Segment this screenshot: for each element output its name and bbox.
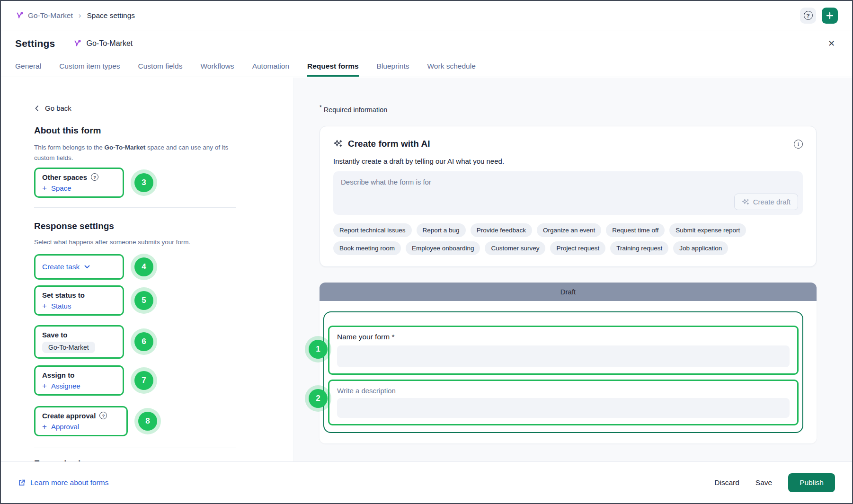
tab-automation[interactable]: Automation [252,56,289,77]
response-settings-heading: Response settings [34,221,275,231]
suggestion-chip[interactable]: Organize an event [537,223,601,237]
breadcrumb: Go-To-Market › Space settings [15,11,135,20]
set-status-label: Set status to [42,291,85,299]
ai-card-subtitle: Instantly create a draft by telling our … [333,157,803,165]
discard-button[interactable]: Discard [714,478,739,487]
suggestion-chip[interactable]: Book meeting room [333,241,401,255]
save-to-label: Save to [42,331,67,339]
create-draft-button[interactable]: Create draft [734,194,798,210]
other-spaces-label: Other spaces [42,173,87,181]
form-description-input[interactable] [337,398,790,418]
page-title: Settings [15,38,55,49]
suggestion-chip[interactable]: Employee onboarding [406,241,480,255]
suggestion-chip[interactable]: Job application [673,241,728,255]
add-status-label: Status [51,302,71,310]
save-to-space-chip[interactable]: Go-To-Market [42,342,95,353]
space-settings-window: Go-To-Market › Space settings ? Settings [0,0,853,504]
required-information-note: *Required information [320,104,852,114]
suggestion-chip[interactable]: Provide feedback [471,223,532,237]
add-approval-button[interactable]: + Approval [42,423,79,431]
footer-bar: Learn more about forms Discard Save Publ… [1,461,852,503]
learn-more-label: Learn more about forms [30,478,108,487]
suggestion-chip[interactable]: Project request [550,241,605,255]
draft-status-bar: Draft [320,283,817,301]
add-space-button[interactable]: + Space [42,184,71,192]
create-approval-label: Create approval [42,412,96,420]
space-icon [15,11,24,20]
suggestion-chips-row-1: Report technical issues Report a bug Pro… [333,223,803,237]
suggestion-chip[interactable]: Request time off [606,223,665,237]
sparkle-icon [742,198,749,206]
add-status-button[interactable]: + Status [42,302,71,310]
save-button[interactable]: Save [755,478,772,487]
assign-to-highlight-box: Assign to + Assignee [34,365,124,396]
close-icon[interactable]: ✕ [825,36,838,51]
suggestion-chip[interactable]: Customer survey [485,241,545,255]
create-task-label: Create task [42,263,80,271]
breadcrumb-space[interactable]: Go-To-Market [15,11,73,20]
ai-prompt-placeholder: Describe what the form is for [341,178,431,186]
add-assignee-label: Assignee [51,382,80,390]
set-status-highlight-box: Set status to + Status [34,285,124,316]
create-task-dropdown[interactable]: Create task [42,261,90,273]
suggestion-chip[interactable]: Submit expense report [669,223,746,237]
tab-custom-fields[interactable]: Custom fields [138,56,183,77]
add-button[interactable] [822,8,838,24]
other-spaces-highlight-box: Other spaces ? + Space [34,168,124,198]
settings-header: Settings Go-To-Market ✕ [1,31,852,56]
ai-card-title: Create form with AI [348,139,430,149]
tab-work-schedule[interactable]: Work schedule [427,56,476,77]
add-approval-label: Approval [51,423,79,431]
form-description-label: Write a description [337,387,790,395]
assign-to-label: Assign to [42,371,74,379]
go-back-button[interactable]: Go back [34,104,71,112]
plus-icon: + [42,382,47,390]
go-back-label: Go back [45,104,71,112]
suggestion-chip[interactable]: Training request [610,241,668,255]
learn-more-link[interactable]: Learn more about forms [18,478,108,487]
content-area: Go back About this form This form belong… [1,78,852,461]
add-assignee-button[interactable]: + Assignee [42,382,80,390]
breadcrumb-separator: › [79,11,81,20]
tab-workflows[interactable]: Workflows [200,56,234,77]
publish-button[interactable]: Publish [788,473,835,492]
info-icon[interactable]: i [794,140,803,149]
create-task-highlight-box: Create task [34,254,124,280]
settings-space: Go-To-Market [73,39,133,48]
response-settings-subtitle: Select what happens after someone submit… [34,237,231,248]
annotation-bubble-3: 3 [134,173,153,192]
chevron-left-icon [34,105,40,112]
help-button[interactable]: ? [800,8,816,24]
annotation-bubble-4: 4 [134,257,153,276]
other-spaces-help-icon[interactable]: ? [91,173,98,181]
suggestion-chip[interactable]: Report technical issues [333,223,412,237]
tab-custom-item-types[interactable]: Custom item types [59,56,120,77]
form-header-highlight-box: Name your form * Write a description [323,311,803,433]
add-space-label: Space [51,184,71,192]
form-description-highlight-box: Write a description [328,380,799,425]
annotation-bubble-6: 6 [134,332,153,351]
draft-form-card: Draft Name your form * Write a descripti… [320,283,817,443]
chevron-down-icon [84,265,90,269]
top-bar: Go-To-Market › Space settings ? [1,1,852,30]
tab-blueprints[interactable]: Blueprints [377,56,409,77]
draft-body: Name your form * Write a description 1 2 [320,301,817,443]
plus-icon: + [42,423,47,431]
form-name-label: Name your form * [337,333,790,341]
external-link-icon [18,479,26,486]
divider [34,448,236,448]
create-approval-highlight-box: Create approval ? + Approval [34,406,128,436]
tab-request-forms[interactable]: Request forms [307,56,359,77]
annotation-bubble-5: 5 [134,291,153,310]
ai-prompt-input[interactable]: Describe what the form is for Create dra… [333,171,803,215]
help-icon: ? [804,11,813,20]
breadcrumb-page-label: Space settings [87,11,135,20]
create-approval-help-icon[interactable]: ? [99,412,107,419]
form-name-input[interactable] [337,345,790,367]
create-draft-label: Create draft [753,198,791,206]
tab-general[interactable]: General [15,56,41,77]
form-settings-sidebar: Go back About this form This form belong… [1,78,294,461]
suggestion-chip[interactable]: Report a bug [417,223,466,237]
annotation-bubble-8: 8 [138,412,157,431]
plus-icon [826,12,834,19]
